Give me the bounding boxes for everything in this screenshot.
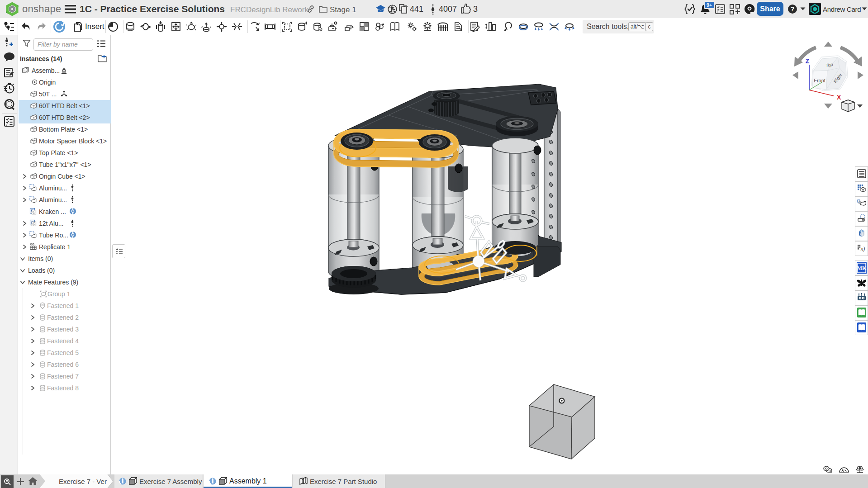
svg-text:Z: Z xyxy=(806,57,810,65)
svg-text:Front: Front xyxy=(814,78,825,83)
svg-text:?: ? xyxy=(791,5,795,13)
svg-text:x): x) xyxy=(860,246,865,252)
svg-text:MK: MK xyxy=(857,265,867,271)
svg-text:X: X xyxy=(837,94,841,101)
